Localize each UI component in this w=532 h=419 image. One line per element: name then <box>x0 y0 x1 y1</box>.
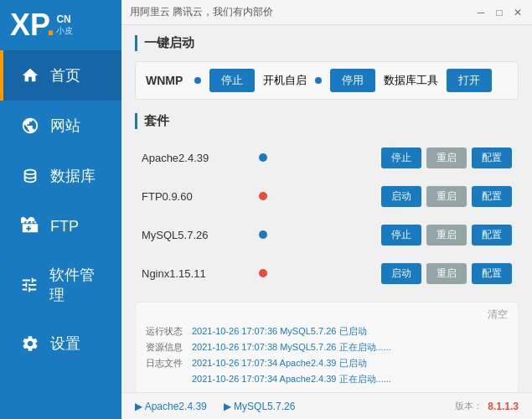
sidebar-item-software[interactable]: 软件管理 <box>0 251 121 318</box>
version-label: 版本： <box>455 400 483 412</box>
mysql-status-dot <box>259 230 267 239</box>
ftp-status-dot <box>259 192 267 200</box>
startup-status-dot <box>315 77 322 84</box>
version-info: 版本： 8.1.1.3 <box>455 400 519 412</box>
window-controls: ─ □ ✕ <box>475 7 524 18</box>
service-label: WNMP <box>146 74 183 87</box>
settings-icon <box>18 332 42 355</box>
close-button[interactable]: ✕ <box>512 7 524 18</box>
logo-cn-area: CN 小皮 <box>56 13 73 37</box>
sidebar-item-ftp[interactable]: FTP <box>0 201 121 251</box>
apache-stop-button[interactable]: 停止 <box>381 147 421 168</box>
database-icon <box>18 164 42 188</box>
footer-apache[interactable]: Apache2.4.39 <box>135 401 207 412</box>
ftp-actions: 启动 重启 配置 <box>277 178 519 216</box>
home-icon <box>18 64 42 87</box>
apache-status-dot <box>259 153 267 162</box>
logo-sub: 小皮 <box>56 25 73 37</box>
sidebar-label-database: 数据库 <box>50 166 96 186</box>
apache-restart-button[interactable]: 重启 <box>426 147 467 168</box>
software-icon <box>18 273 41 297</box>
log-row-1: 资源信息 2021-10-26 17:07:38 MySQL5.7.26 正在启… <box>146 341 508 354</box>
content-area: 一键启动 WNMP 停止 开机自启 停用 数据库工具 打开 套件 Apache2… <box>121 25 532 392</box>
nginx-name: Nginx1.15.11 <box>135 255 252 293</box>
minimize-button[interactable]: ─ <box>475 7 487 18</box>
ftp-status-cell <box>252 178 277 216</box>
sidebar-label-website: 网站 <box>50 116 80 136</box>
suite-title: 套件 <box>135 113 519 129</box>
main-area: 用阿里云 腾讯云，我们有内部价 ─ □ ✕ 一键启动 WNMP 停止 开机自启 … <box>121 0 532 419</box>
disable-button[interactable]: 停用 <box>330 69 375 92</box>
log-row-3: 2021-10-26 17:07:34 Apache2.4.39 正在启动...… <box>146 373 508 385</box>
title-bar: 用阿里云 腾讯云，我们有内部价 ─ □ ✕ <box>121 0 532 25</box>
ftp-config-button[interactable]: 配置 <box>472 186 512 207</box>
mysql-config-button[interactable]: 配置 <box>472 225 512 246</box>
sidebar-item-website[interactable]: 网站 <box>0 101 121 151</box>
sidebar-label-software: 软件管理 <box>49 265 106 305</box>
table-row: MySQL5.7.26 停止 重启 配置 <box>135 216 519 255</box>
wnmp-status-dot <box>194 77 201 84</box>
quick-launch-bar: WNMP 停止 开机自启 停用 数据库工具 打开 <box>135 61 519 100</box>
log-row-2: 日志文件 2021-10-26 17:07:34 Apache2.4.39 已启… <box>146 357 508 370</box>
apache-config-button[interactable]: 配置 <box>472 147 512 168</box>
apache-actions: 停止 重启 配置 <box>277 139 519 178</box>
log-key-0: 运行状态 <box>146 325 192 338</box>
footer-items: Apache2.4.39 MySQL5.7.26 <box>135 401 295 412</box>
table-row: FTP0.9.60 启动 重启 配置 <box>135 178 519 216</box>
website-icon <box>18 114 42 137</box>
log-key-2: 日志文件 <box>146 357 192 370</box>
log-area: 清空 运行状态 2021-10-26 17:07:36 MySQL5.7.26 … <box>135 302 519 392</box>
title-text: 用阿里云 腾讯云，我们有内部价 <box>130 5 273 19</box>
log-val-3: 2021-10-26 17:07:34 Apache2.4.39 正在启动...… <box>192 373 508 385</box>
sidebar-item-database[interactable]: 数据库 <box>0 151 121 201</box>
clear-log-button[interactable]: 清空 <box>488 308 508 322</box>
apache-status-cell <box>252 139 277 178</box>
log-row-0: 运行状态 2021-10-26 17:07:36 MySQL5.7.26 已启动 <box>146 325 508 338</box>
ftp-restart-button[interactable]: 重启 <box>426 186 467 207</box>
logo-xp: XP. <box>10 10 54 40</box>
tools-label: 数据库工具 <box>384 73 438 88</box>
ftp-icon <box>18 215 42 238</box>
nginx-start-button[interactable]: 启动 <box>381 263 421 284</box>
table-row: Nginx1.15.11 启动 重启 配置 <box>135 255 519 293</box>
mysql-status-cell <box>252 216 277 255</box>
startup-label: 开机自启 <box>263 73 307 88</box>
mysql-stop-button[interactable]: 停止 <box>381 225 421 246</box>
maximize-button[interactable]: □ <box>493 7 505 18</box>
wnmp-stop-button[interactable]: 停止 <box>209 69 255 92</box>
open-button[interactable]: 打开 <box>447 69 492 92</box>
footer: Apache2.4.39 MySQL5.7.26 版本： 8.1.1.3 <box>121 392 532 419</box>
mysql-actions: 停止 重启 配置 <box>277 216 519 255</box>
sidebar-label-ftp: FTP <box>50 218 79 235</box>
footer-mysql[interactable]: MySQL5.7.26 <box>224 401 296 412</box>
log-key-1: 资源信息 <box>146 341 192 354</box>
table-row: Apache2.4.39 停止 重启 配置 <box>135 139 519 178</box>
sidebar-item-settings[interactable]: 设置 <box>0 318 121 369</box>
log-val-0: 2021-10-26 17:07:36 MySQL5.7.26 已启动 <box>192 325 508 338</box>
quick-launch-title: 一键启动 <box>135 35 519 51</box>
ftp-start-button[interactable]: 启动 <box>381 186 421 207</box>
sidebar-item-home[interactable]: 首页 <box>0 50 121 101</box>
nginx-status-cell <box>252 255 277 293</box>
mysql-name: MySQL5.7.26 <box>135 216 252 255</box>
nginx-config-button[interactable]: 配置 <box>472 263 512 284</box>
apache-name: Apache2.4.39 <box>135 139 252 178</box>
sidebar: XP. CN 小皮 首页 网站 数据库 <box>0 0 121 419</box>
nginx-actions: 启动 重启 配置 <box>277 255 519 293</box>
log-val-1: 2021-10-26 17:07:38 MySQL5.7.26 正在启动....… <box>192 341 508 354</box>
suite-table: Apache2.4.39 停止 重启 配置 <box>135 139 519 293</box>
logo-dot: . <box>46 8 54 42</box>
mysql-restart-button[interactable]: 重启 <box>426 225 467 246</box>
log-key-3 <box>146 373 192 385</box>
logo-area: XP. CN 小皮 <box>0 0 121 50</box>
sidebar-label-settings: 设置 <box>50 334 80 354</box>
version-number: 8.1.1.3 <box>488 401 519 412</box>
logo-cn: CN <box>56 13 73 25</box>
nginx-status-dot <box>259 269 267 277</box>
ftp-name: FTP0.9.60 <box>135 178 252 216</box>
sidebar-label-home: 首页 <box>50 65 80 85</box>
nginx-restart-button[interactable]: 重启 <box>426 263 467 284</box>
log-val-2: 2021-10-26 17:07:34 Apache2.4.39 已启动 <box>192 357 508 370</box>
